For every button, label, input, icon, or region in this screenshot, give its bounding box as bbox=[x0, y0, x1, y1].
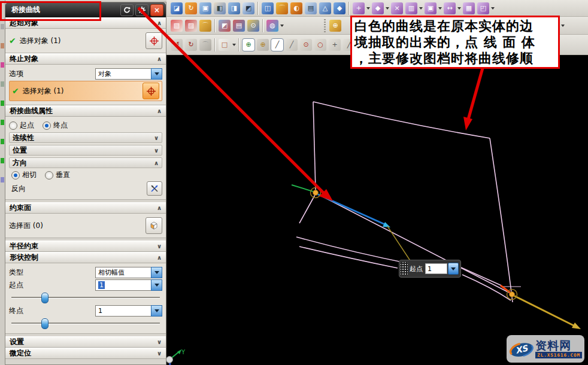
bend-icon[interactable]: ⌒ bbox=[276, 2, 288, 14]
bend-tool-icon[interactable]: ⌒ bbox=[199, 20, 211, 32]
collapse-chevron[interactable]: ∧ bbox=[157, 254, 162, 261]
chevron-down-icon[interactable] bbox=[151, 267, 162, 278]
collapse-chevron[interactable]: ∨ bbox=[157, 350, 162, 357]
split-body-icon[interactable]: ▨ bbox=[185, 20, 197, 32]
collapse-chevron[interactable]: ∧ bbox=[157, 20, 162, 26]
quadrant-point-icon[interactable]: ○ bbox=[314, 39, 326, 51]
drag-grip-icon[interactable] bbox=[401, 262, 408, 275]
chevron-down-icon[interactable] bbox=[457, 2, 462, 14]
end-value-spinner[interactable]: 1 bbox=[95, 305, 162, 317]
end-object-type-combo[interactable]: 对象 bbox=[95, 68, 162, 80]
pad-icon[interactable]: ◨ bbox=[228, 2, 240, 14]
selection-rectangle-icon[interactable]: □ bbox=[219, 39, 231, 51]
offset-region-icon[interactable]: ▣ bbox=[425, 2, 437, 14]
extrude-icon[interactable]: ◪ bbox=[171, 2, 183, 14]
chevron-down-icon[interactable] bbox=[490, 2, 495, 14]
chevron-down-icon[interactable] bbox=[151, 68, 162, 80]
slider-thumb[interactable] bbox=[41, 293, 49, 303]
rotate-point-b-icon[interactable]: ↻ bbox=[185, 39, 197, 51]
delete-face-icon[interactable]: × bbox=[391, 2, 403, 14]
collapse-chevron[interactable]: ∨ bbox=[154, 147, 159, 154]
chevron-down-icon[interactable] bbox=[448, 263, 459, 275]
revolve-icon[interactable]: ↻ bbox=[185, 2, 197, 14]
collapse-chevron[interactable]: ∨ bbox=[157, 243, 162, 250]
section-start-object[interactable]: 起始对象 ∧ bbox=[5, 17, 166, 29]
chevron-down-icon[interactable] bbox=[151, 279, 162, 291]
pattern-face-icon[interactable]: ▦ bbox=[463, 2, 475, 14]
shape-type-combo[interactable]: 相切幅值 bbox=[95, 267, 162, 278]
end-value-slider[interactable] bbox=[11, 318, 160, 328]
block-icon[interactable]: ▣ bbox=[199, 2, 211, 14]
center-point-icon[interactable]: ⊙ bbox=[300, 39, 312, 51]
section-radius-constraint[interactable]: 半径约束 ∨ bbox=[5, 241, 166, 252]
gear-icon[interactable] bbox=[135, 4, 148, 16]
section-bridge-properties[interactable]: 桥接曲线属性 ∧ bbox=[5, 105, 166, 117]
rotate-point-a-icon[interactable]: ↺ bbox=[171, 39, 183, 51]
section-constraint-face[interactable]: 约束面 ∧ bbox=[5, 202, 166, 214]
select-object-button[interactable] bbox=[146, 32, 162, 49]
sphere-icon[interactable]: ◆ bbox=[334, 2, 345, 14]
subsection-position[interactable]: 位置 ∨ bbox=[9, 145, 162, 156]
pull-face-icon[interactable]: ◆ bbox=[372, 2, 384, 14]
3d-viewport[interactable] bbox=[166, 55, 588, 365]
reverse-direction-button[interactable] bbox=[147, 181, 162, 196]
subsection-direction[interactable]: 方向 ∧ bbox=[9, 157, 162, 168]
start-point-mini-input[interactable]: 起点 1 bbox=[399, 260, 461, 278]
start-value-spinner[interactable]: 1 bbox=[95, 279, 162, 291]
dialog-titlebar[interactable]: 桥接曲线 × bbox=[5, 2, 166, 17]
line-icon[interactable]: ╱ bbox=[271, 39, 283, 51]
plus-point-icon[interactable]: + bbox=[329, 39, 341, 51]
pocket-icon[interactable]: ◩ bbox=[243, 2, 254, 14]
gripper-icon[interactable]: ⌒ bbox=[199, 39, 211, 51]
section-settings[interactable]: 设置 ∨ bbox=[5, 336, 166, 348]
collapse-chevron[interactable]: ∧ bbox=[157, 56, 162, 62]
end-select-row-active[interactable]: ✔ 选择对象 (1) bbox=[9, 81, 162, 101]
section-micro-positioning[interactable]: 微定位 ∨ bbox=[5, 348, 166, 359]
chevron-down-icon[interactable] bbox=[438, 2, 442, 14]
key-document-icon[interactable]: ⊕ bbox=[329, 20, 341, 32]
flange-icon[interactable]: ◐ bbox=[290, 2, 302, 14]
chevron-down-icon[interactable] bbox=[366, 2, 371, 14]
section-shape-control[interactable]: 形状控制 ∧ bbox=[5, 252, 166, 263]
shade-swirl-icon[interactable]: ◍ bbox=[266, 20, 278, 32]
endpoint-icon[interactable]: ╱ bbox=[286, 39, 298, 51]
chevron-down-icon[interactable] bbox=[385, 2, 390, 14]
radio-start-point[interactable]: 起点 bbox=[9, 120, 34, 130]
collapse-chevron[interactable]: ∧ bbox=[154, 160, 159, 166]
move-face-icon[interactable]: + bbox=[353, 2, 365, 14]
trim-sheet-icon[interactable]: ◩ bbox=[219, 20, 231, 32]
chevron-down-icon[interactable] bbox=[560, 20, 565, 32]
patch-icon[interactable]: ▤ bbox=[305, 2, 317, 14]
subsection-continuity[interactable]: 连续性 ∨ bbox=[9, 132, 162, 143]
trim-body-icon[interactable]: ▧ bbox=[171, 20, 183, 32]
collapse-chevron[interactable]: ∧ bbox=[157, 205, 162, 211]
start-select-row[interactable]: ✔ 选择对象 (1) bbox=[9, 32, 162, 49]
radio-end-point[interactable]: 终点 bbox=[43, 120, 68, 130]
mini-input-field[interactable]: 1 bbox=[425, 263, 447, 274]
boss-icon[interactable]: ◧ bbox=[214, 2, 226, 14]
resize-face-icon[interactable]: ↔ bbox=[444, 2, 456, 14]
select-face-button[interactable] bbox=[146, 217, 162, 234]
collapse-chevron[interactable]: ∨ bbox=[157, 339, 162, 345]
chevron-down-icon[interactable] bbox=[280, 20, 284, 32]
shell-body-icon[interactable]: ◰ bbox=[477, 2, 489, 14]
radio-perpendicular[interactable]: 垂直 bbox=[45, 170, 70, 180]
collapse-chevron[interactable]: ∨ bbox=[154, 135, 159, 141]
reset-icon[interactable] bbox=[120, 4, 134, 16]
wrap-icon[interactable]: ⊙ bbox=[247, 20, 259, 32]
unite-icon[interactable]: ◫ bbox=[262, 2, 274, 14]
copy-face-icon[interactable]: ▥ bbox=[405, 2, 417, 14]
select-object-button-active[interactable] bbox=[143, 83, 159, 99]
snap-rotate-icon[interactable]: ⊕ bbox=[257, 39, 269, 51]
chevron-down-icon[interactable] bbox=[151, 305, 162, 317]
chevron-down-icon[interactable] bbox=[419, 2, 423, 14]
close-icon[interactable]: × bbox=[150, 4, 163, 16]
slider-thumb[interactable] bbox=[41, 318, 49, 329]
toolbar-grip[interactable] bbox=[323, 19, 327, 32]
collapse-chevron[interactable]: ∧ bbox=[157, 108, 162, 114]
pyramid-icon[interactable]: △ bbox=[319, 2, 331, 14]
chevron-down-icon[interactable] bbox=[232, 39, 237, 51]
snap-point-icon[interactable]: ⊕ bbox=[243, 39, 254, 51]
radio-tangent[interactable]: 相切 bbox=[11, 170, 37, 180]
fill-surface-icon[interactable]: ▤ bbox=[233, 20, 245, 32]
